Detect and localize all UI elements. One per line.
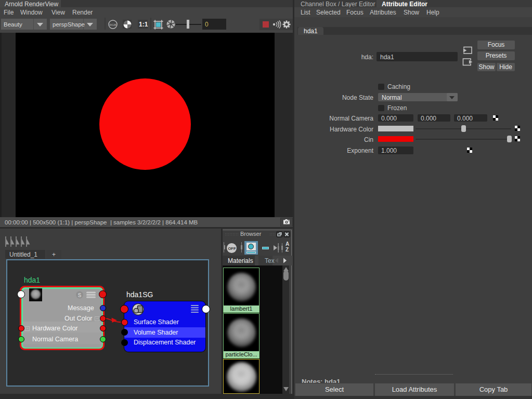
svg-text:RGB: RGB <box>109 23 116 26</box>
svg-text:S: S <box>78 292 82 298</box>
